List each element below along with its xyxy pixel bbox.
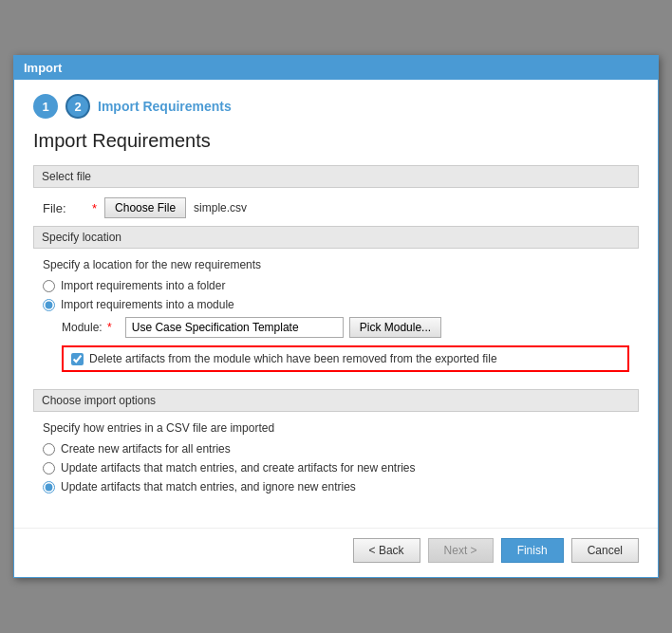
choose-file-button[interactable]: Choose File [104, 197, 186, 218]
cancel-button[interactable]: Cancel [571, 538, 639, 563]
module-input[interactable] [125, 317, 344, 338]
location-description: Specify a location for the new requireme… [43, 258, 629, 271]
page-title: Import Requirements [33, 130, 639, 152]
step-2-label: Import Requirements [98, 99, 232, 114]
file-required-star: * [92, 201, 97, 215]
file-name-display: simple.csv [194, 201, 247, 214]
specify-location-section-header: Specify location [33, 226, 639, 249]
folder-radio-label: Import requirements into a folder [61, 279, 225, 292]
update-create-radio-label: Update artifacts that match entries, and… [61, 461, 416, 475]
create-radio-row: Create new artifacts for all entries [43, 442, 629, 456]
next-button[interactable]: Next > [428, 538, 494, 563]
file-label: File: [43, 201, 90, 215]
step-2-circle: 2 [65, 94, 90, 119]
delete-checkbox-row: Delete artifacts from the module which h… [62, 345, 629, 372]
delete-checkbox[interactable] [71, 353, 84, 365]
step-1-circle: 1 [33, 94, 58, 119]
create-radio[interactable] [43, 443, 55, 456]
update-ignore-radio-label: Update artifacts that match entries, and… [61, 480, 356, 493]
create-radio-label: Create new artifacts for all entries [61, 442, 231, 456]
dialog-footer: < Back Next > Finish Cancel [14, 528, 658, 577]
import-options-section-header: Choose import options [33, 389, 639, 412]
update-create-radio[interactable] [43, 462, 55, 475]
wizard-steps: 1 2 Import Requirements [33, 94, 639, 119]
module-radio-row: Import requirements into a module [43, 298, 629, 311]
file-row: File: * Choose File simple.csv [33, 197, 639, 218]
module-input-row: Module: * Pick Module... [62, 317, 629, 338]
back-button[interactable]: < Back [353, 538, 420, 563]
finish-button[interactable]: Finish [501, 538, 564, 563]
update-create-radio-row: Update artifacts that match entries, and… [43, 461, 629, 475]
select-file-section-header: Select file [33, 165, 639, 188]
import-dialog: Import 1 2 Import Requirements Import Re… [13, 55, 659, 578]
dialog-title: Import [14, 56, 658, 80]
delete-checkbox-label: Delete artifacts from the module which h… [89, 352, 497, 365]
folder-radio-row: Import requirements into a folder [43, 279, 629, 292]
folder-radio[interactable] [43, 280, 55, 292]
update-ignore-radio-row: Update artifacts that match entries, and… [43, 480, 629, 493]
module-label: Module: * [62, 321, 120, 334]
import-options-description: Specify how entries in a CSV file are im… [43, 421, 629, 435]
pick-module-button[interactable]: Pick Module... [349, 317, 441, 338]
module-radio-label: Import requirements into a module [61, 298, 234, 311]
module-required-star: * [107, 321, 112, 334]
update-ignore-radio[interactable] [43, 481, 55, 493]
module-radio[interactable] [43, 299, 55, 311]
